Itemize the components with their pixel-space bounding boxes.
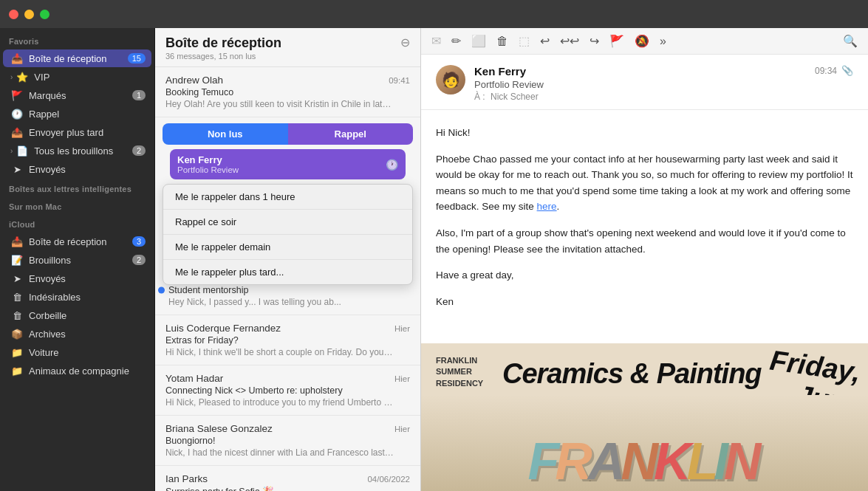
draft-icon: 📄 bbox=[16, 144, 29, 157]
smart-mailboxes-label: Boîtes aux lettres intelligentes bbox=[0, 179, 154, 196]
sidebar-item-junk[interactable]: 🗑 Indésirables bbox=[3, 288, 151, 306]
sidebar-item-flagged[interactable]: 🚩 Marqués 1 bbox=[3, 86, 151, 104]
icloud-label: iCloud bbox=[0, 214, 154, 232]
preview-luis: Hi Nick, I think we'll be short a couple… bbox=[165, 347, 394, 357]
franklin-label: FRANKLINSUMMERRESIDENCY bbox=[436, 355, 483, 389]
sidebar-item-send-later[interactable]: 📤 Envoyer plus tard bbox=[3, 123, 151, 141]
maximize-button[interactable] bbox=[40, 10, 49, 19]
sidebar-item-inbox[interactable]: 📥 Boîte de réception 15 bbox=[3, 49, 151, 67]
time-ian: 04/06/2022 bbox=[367, 475, 410, 484]
sidebar-item-animaux[interactable]: 📁 Animaux de compagnie bbox=[3, 362, 151, 380]
avatar-face: 🧑 bbox=[436, 65, 465, 95]
folder-toolbar-icon[interactable]: ⬚ bbox=[519, 34, 530, 48]
reply-left-toolbar-icon[interactable]: ↩ bbox=[540, 34, 550, 48]
email-list: Boîte de réception 36 messages, 15 non l… bbox=[155, 28, 421, 491]
sidebar-icloud-inbox-label: Boîte de réception bbox=[29, 236, 132, 247]
email-item-yotam[interactable]: Yotam Hadar Hier Connecting Nick <> Umbe… bbox=[155, 365, 420, 416]
letter-n2: N bbox=[724, 432, 762, 491]
sidebar-junk-label: Indésirables bbox=[29, 292, 146, 303]
sidebar-item-drafts[interactable]: 📝 Brouillons 2 bbox=[3, 251, 151, 269]
reply-all-toolbar-icon[interactable]: ↩↩ bbox=[560, 34, 579, 48]
search-toolbar-icon[interactable]: 🔍 bbox=[843, 34, 858, 48]
more-toolbar-icon[interactable]: » bbox=[660, 35, 666, 48]
sender-ian: Ian Parks bbox=[165, 473, 208, 484]
sidebar-item-icloud-sent[interactable]: ➤ Envoyés bbox=[3, 269, 151, 287]
filter-icon[interactable]: ⊖ bbox=[400, 35, 410, 49]
minimize-button[interactable] bbox=[24, 10, 34, 19]
letter-k: K bbox=[654, 432, 691, 491]
send-later-icon: 📤 bbox=[10, 126, 24, 139]
portfolio-link[interactable]: here bbox=[537, 201, 557, 212]
sidebar-item-all-drafts[interactable]: › 📄 Tous les brouillons 2 bbox=[3, 142, 151, 159]
snooze-dropdown: Me le rappeler dans 1 heure Rappel ce so… bbox=[163, 184, 413, 285]
snooze-tonight[interactable]: Rappel ce soir bbox=[163, 210, 412, 235]
bell-off-toolbar-icon[interactable]: 🔕 bbox=[635, 34, 649, 48]
flagged-badge: 1 bbox=[132, 90, 146, 100]
app-body: Favoris 📥 Boîte de réception 15 › ⭐ VIP … bbox=[0, 28, 868, 491]
non-lus-button[interactable]: Non lus bbox=[163, 123, 288, 145]
time-briana: Hier bbox=[394, 425, 410, 433]
vip-chevron: › bbox=[10, 73, 13, 81]
sidebar-item-voiture[interactable]: 📁 Voiture bbox=[3, 343, 151, 361]
forward-toolbar-icon[interactable]: ↪ bbox=[590, 34, 599, 48]
time-luis: Hier bbox=[394, 324, 410, 333]
sidebar-item-archives[interactable]: 📦 Archives bbox=[3, 325, 151, 343]
letter-n: N bbox=[621, 432, 658, 491]
ken-ferry-card[interactable]: Ken Ferry Portfolio Review 🕐 bbox=[170, 149, 406, 179]
rappel-button[interactable]: Rappel bbox=[288, 123, 414, 145]
preview-andrew: Hey Olah! Are you still keen to visit Kr… bbox=[165, 99, 394, 109]
body-paragraph-2: Also, I'm part of a group show that's op… bbox=[436, 225, 853, 257]
detail-timestamp: 09:34 bbox=[815, 66, 837, 76]
trash-toolbar-icon[interactable]: 🗑 bbox=[496, 35, 508, 48]
flag-toolbar-icon[interactable]: 🚩 bbox=[609, 34, 624, 48]
unread-dot-phoebe bbox=[158, 286, 165, 293]
sender-yotam: Yotam Hadar bbox=[165, 373, 223, 384]
email-detail: ✉ ✏ ⬜ 🗑 ⬚ ↩ ↩↩ ↪ 🚩 🔕 » 🔍 🧑 Ken Ferry Por… bbox=[421, 28, 868, 491]
email-item-ian[interactable]: Ian Parks 04/06/2022 Surprise party for … bbox=[155, 466, 420, 491]
sidebar-flagged-label: Marqués bbox=[29, 90, 132, 101]
sidebar-item-trash[interactable]: 🗑 Corbeille bbox=[3, 306, 151, 324]
drafts-chevron: › bbox=[10, 147, 13, 155]
sidebar-item-icloud-inbox[interactable]: 📥 Boîte de réception 3 bbox=[3, 233, 151, 250]
close-button[interactable] bbox=[9, 10, 18, 19]
voiture-icon: 📁 bbox=[10, 346, 24, 359]
sidebar-item-reminders[interactable]: 🕐 Rappel bbox=[3, 105, 151, 123]
sidebar-send-later-label: Envoyer plus tard bbox=[29, 127, 146, 138]
email-list-subtitle: 36 messages, 15 non lus bbox=[165, 52, 281, 61]
sidebar-item-vip[interactable]: › ⭐ VIP bbox=[3, 68, 151, 86]
email-item-andrew[interactable]: Andrew Olah 09:41 Booking Temuco Hey Ola… bbox=[155, 67, 420, 117]
inbox-badge: 15 bbox=[128, 53, 146, 63]
email-item-luis[interactable]: Luis Coderque Fernandez Hier Extras for … bbox=[155, 315, 420, 365]
email-list-header: Boîte de réception 36 messages, 15 non l… bbox=[155, 28, 420, 67]
sidebar-item-sent[interactable]: ➤ Envoyés bbox=[3, 160, 151, 178]
sidebar-icloud-sent-label: Envoyés bbox=[29, 273, 146, 284]
archive-toolbar-icon[interactable]: ⬜ bbox=[471, 34, 486, 48]
on-mac-label: Sur mon Mac bbox=[0, 196, 154, 214]
sender-avatar: 🧑 bbox=[436, 65, 465, 95]
subject-phoebe: Student mentorship bbox=[168, 285, 410, 295]
time-yotam: Hier bbox=[394, 374, 410, 383]
snooze-later[interactable]: Me le rappeler plus tard... bbox=[163, 260, 412, 284]
flag-icon: 🚩 bbox=[10, 89, 24, 102]
sender-andrew: Andrew Olah bbox=[165, 75, 223, 86]
snooze-tomorrow[interactable]: Me le rappeler demain bbox=[163, 235, 412, 260]
body-signature: Ken bbox=[436, 294, 853, 310]
detail-meta: Ken Ferry Portfolio Review À : Nick Sche… bbox=[474, 65, 806, 102]
sent-icon: ➤ bbox=[10, 162, 24, 176]
clock-icon: 🕐 bbox=[10, 107, 24, 120]
sidebar-animaux-label: Animaux de compagnie bbox=[29, 365, 146, 377]
mail-toolbar-icon[interactable]: ✉ bbox=[431, 34, 441, 48]
sidebar-sent-label: Envoyés bbox=[29, 164, 146, 175]
compose-toolbar-icon[interactable]: ✏ bbox=[451, 34, 461, 48]
detail-toolbar: ✉ ✏ ⬜ 🗑 ⬚ ↩ ↩↩ ↪ 🚩 🔕 » 🔍 bbox=[421, 28, 868, 55]
to-label: À : bbox=[474, 92, 485, 102]
animaux-icon: 📁 bbox=[10, 364, 24, 377]
sidebar-drafts-label: Brouillons bbox=[29, 255, 132, 266]
snooze-1hour[interactable]: Me le rappeler dans 1 heure bbox=[163, 185, 412, 210]
ken-ferry-name: Ken Ferry bbox=[177, 154, 239, 165]
clock-purple-icon: 🕐 bbox=[386, 159, 398, 171]
email-item-briana[interactable]: Briana Salese Gonzalez Hier Buongiorno! … bbox=[155, 416, 420, 466]
favorites-section-label: Favoris bbox=[0, 31, 154, 49]
drafts-icon: 📝 bbox=[10, 253, 24, 267]
sidebar-trash-label: Corbeille bbox=[29, 310, 146, 321]
